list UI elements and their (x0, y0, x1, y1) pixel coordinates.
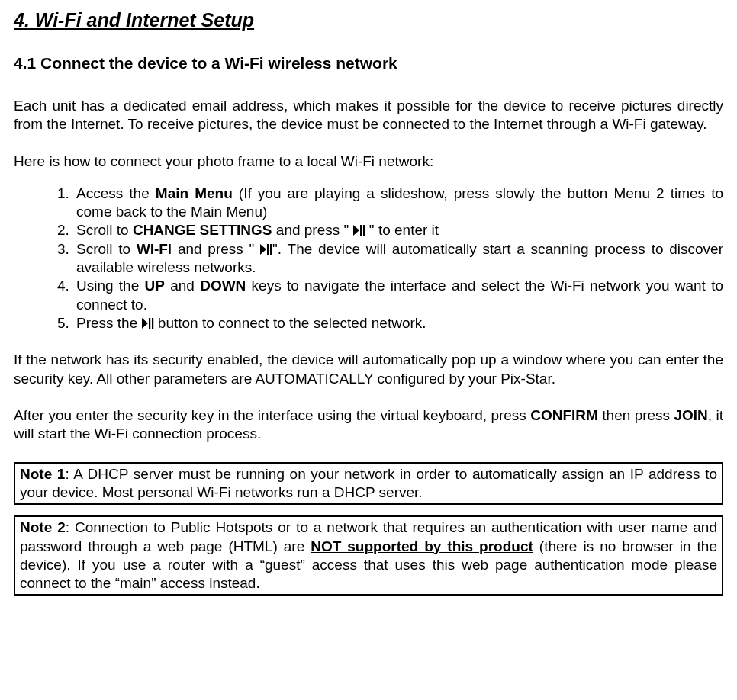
note-2-label: Note 2 (20, 519, 66, 535)
step-3-bold: Wi-Fi (137, 241, 172, 257)
step-3-text-c: and press " (172, 241, 260, 257)
step-4-text-c: and (165, 278, 200, 294)
play-pause-icon (142, 318, 154, 329)
step-4-text-a: Using the (76, 278, 145, 294)
step-2-bold: CHANGE SETTINGS (133, 222, 272, 238)
step-2-text-a: Scroll to (76, 222, 133, 238)
note-2-bold-underline: NOT supported by this product (311, 538, 533, 554)
confirm-text-c: then press (598, 407, 674, 423)
confirm-bold-confirm: CONFIRM (530, 407, 598, 423)
step-3-text-a: Scroll to (76, 241, 137, 257)
steps-list: Access the Main Menu (If you are playing… (14, 185, 723, 333)
svg-rect-7 (149, 318, 150, 329)
note-1-box: Note 1: A DHCP server must be running on… (14, 462, 723, 506)
svg-rect-2 (363, 225, 365, 236)
confirm-bold-join: JOIN (674, 407, 707, 423)
step-1-text-a: Access the (76, 185, 156, 201)
svg-marker-6 (142, 318, 148, 329)
step-2-text-c: and press " (272, 222, 353, 238)
intro-paragraph-1: Each unit has a dedicated email address,… (14, 97, 723, 134)
step-2: Scroll to CHANGE SETTINGS and press " " … (73, 221, 723, 239)
security-paragraph: If the network has its security enabled,… (14, 351, 723, 388)
confirm-paragraph: After you enter the security key in the … (14, 406, 723, 444)
svg-marker-0 (353, 225, 359, 236)
play-pause-icon (260, 244, 272, 255)
step-5: Press the button to connect to the selec… (73, 314, 723, 332)
subsection-title: 4.1 Connect the device to a Wi-Fi wirele… (14, 53, 723, 74)
svg-marker-3 (260, 244, 266, 255)
note-2-box: Note 2: Connection to Public Hotspots or… (14, 515, 723, 596)
intro-paragraph-2: Here is how to connect your photo frame … (14, 153, 723, 171)
svg-rect-4 (267, 244, 269, 255)
section-title: 4. Wi-Fi and Internet Setup (14, 8, 723, 32)
step-4-bold-up: UP (145, 278, 165, 294)
play-pause-icon (353, 225, 365, 236)
step-5-text-b: button to connect to the selected networ… (154, 315, 426, 331)
note-1-body: : A DHCP server must be running on your … (20, 466, 717, 500)
svg-rect-5 (270, 244, 272, 255)
svg-rect-1 (360, 225, 362, 236)
step-3: Scroll to Wi-Fi and press " ". The devic… (73, 240, 723, 278)
step-4-bold-down: DOWN (200, 278, 246, 294)
step-1: Access the Main Menu (If you are playing… (73, 185, 723, 222)
step-4: Using the UP and DOWN keys to navigate t… (73, 277, 723, 314)
confirm-text-a: After you enter the security key in the … (14, 407, 530, 423)
step-2-text-d: " to enter it (365, 222, 439, 238)
note-1-label: Note 1 (20, 466, 65, 482)
svg-rect-8 (152, 318, 153, 329)
step-5-text-a: Press the (76, 315, 142, 331)
step-1-bold: Main Menu (156, 185, 233, 201)
